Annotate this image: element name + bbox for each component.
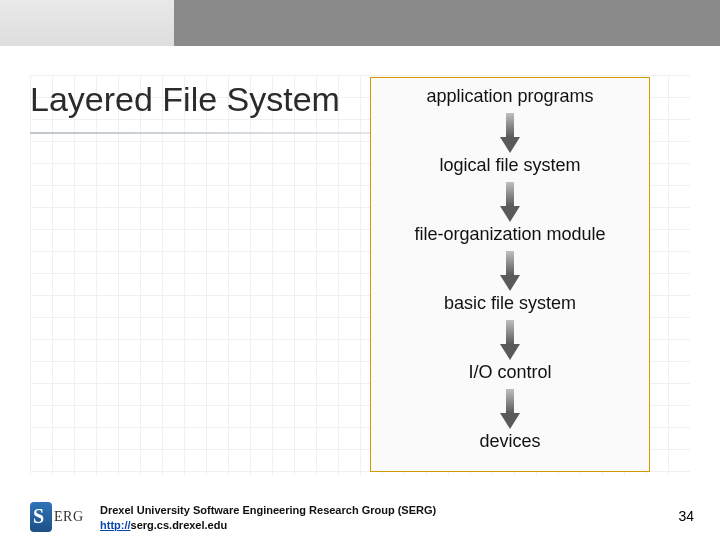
link-scheme: http://	[100, 519, 131, 531]
credit-link-line: http://serg.cs.drexel.edu	[100, 518, 436, 532]
layer-file-organization-module: file-organization module	[414, 224, 605, 245]
arrow-down-icon	[499, 113, 521, 153]
svg-marker-1	[500, 137, 520, 153]
credit-line: Drexel University Software Engineering R…	[100, 503, 436, 517]
layer-devices: devices	[479, 431, 540, 452]
arrow-down-icon	[499, 389, 521, 429]
svg-rect-0	[506, 113, 514, 137]
layer-logical-file-system: logical file system	[439, 155, 580, 176]
footer: S ERG Drexel University Software Enginee…	[0, 492, 720, 540]
svg-rect-2	[506, 182, 514, 206]
page-number: 34	[678, 508, 694, 524]
svg-marker-5	[500, 275, 520, 291]
arrow-down-icon	[499, 182, 521, 222]
arrow-down-icon	[499, 251, 521, 291]
slide: Layered File System application programs…	[0, 0, 720, 540]
logo-initial: S	[33, 505, 44, 528]
logo-text: ERG	[54, 509, 84, 525]
svg-marker-3	[500, 206, 520, 222]
serg-logo: S ERG	[30, 502, 88, 532]
svg-rect-8	[506, 389, 514, 413]
link-rest: serg.cs.drexel.edu	[131, 519, 228, 531]
svg-marker-9	[500, 413, 520, 429]
svg-rect-4	[506, 251, 514, 275]
layer-io-control: I/O control	[468, 362, 551, 383]
layered-diagram: application programs logical file system…	[370, 77, 650, 472]
layer-application-programs: application programs	[426, 86, 593, 107]
credit-link[interactable]: http://	[100, 519, 131, 531]
page-title: Layered File System	[30, 80, 340, 119]
credit-block: Drexel University Software Engineering R…	[100, 503, 436, 532]
top-bar	[0, 0, 720, 46]
arrow-down-icon	[499, 320, 521, 360]
svg-marker-7	[500, 344, 520, 360]
svg-rect-6	[506, 320, 514, 344]
layer-basic-file-system: basic file system	[444, 293, 576, 314]
top-bar-shade	[174, 0, 720, 46]
